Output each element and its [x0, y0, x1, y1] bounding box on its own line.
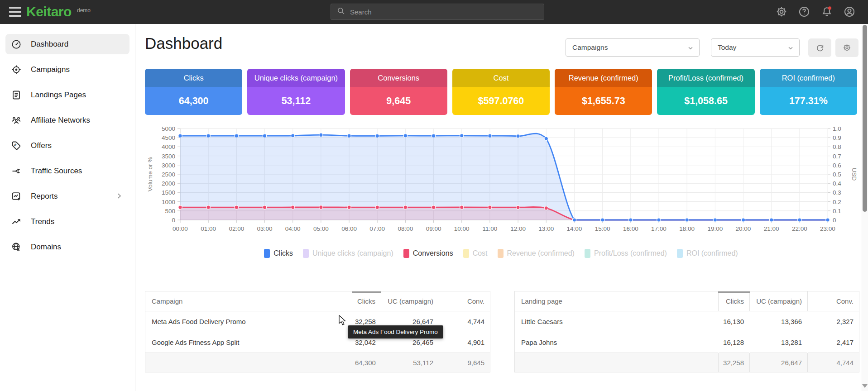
legend-item-cost[interactable]: Cost	[463, 249, 488, 258]
refresh-button[interactable]	[808, 38, 831, 57]
globe-icon	[11, 242, 22, 253]
column-header-uc-campaign[interactable]: UC (campaign)	[750, 291, 808, 311]
stat-card-value: $1,058.65	[657, 87, 754, 115]
page-title: Dashboard	[145, 34, 222, 52]
stat-card-unique-clicks-campaign[interactable]: Unique clicks (campaign)53,112	[247, 69, 345, 115]
stat-card-label: Unique clicks (campaign)	[247, 69, 345, 87]
demo-badge: demo	[77, 7, 91, 14]
column-header-landing-page[interactable]: Landing page	[515, 291, 719, 311]
svg-text:2500: 2500	[162, 171, 175, 178]
scrollbar-thumb[interactable]	[863, 25, 867, 212]
sidebar-item-dashboard[interactable]: Dashboard	[5, 34, 129, 54]
column-header-label: UC (campaign)	[756, 297, 802, 305]
svg-text:4000: 4000	[162, 143, 175, 150]
column-header-uc-campaign[interactable]: UC (campaign)	[381, 291, 439, 311]
svg-text:04:00: 04:00	[285, 225, 301, 232]
stat-card-value: $597.0760	[452, 87, 550, 115]
stat-card-profit-loss-confirmed[interactable]: Profit/Loss (confirmed)$1,058.65	[657, 69, 754, 115]
stat-card-label: Profit/Loss (confirmed)	[657, 69, 754, 87]
sidebar: DashboardCampaignsLandings PagesAffiliat…	[0, 24, 135, 391]
stat-card-value: 64,300	[145, 87, 242, 115]
legend-item-roi-confirmed[interactable]: ROI (confirmed)	[677, 249, 738, 258]
scroll-down-arrow-icon[interactable]	[862, 384, 868, 388]
stat-card-revenue-confirmed[interactable]: Revenue (confirmed)$1,655.73	[555, 69, 652, 115]
stat-card-label: Revenue (confirmed)	[555, 69, 652, 87]
notifications-icon[interactable]	[820, 5, 834, 19]
stat-card-roi-confirmed[interactable]: ROI (confirmed)177.31%	[760, 69, 857, 115]
settings-icon[interactable]	[775, 5, 788, 19]
sidebar-item-trends[interactable]: Trends	[5, 211, 129, 232]
sidebar-item-offers[interactable]: $Offers	[5, 135, 129, 156]
date-range-select-value: Today	[718, 43, 736, 52]
legend-label: Conversions	[413, 249, 453, 257]
grouping-select-value: Campaigns	[572, 43, 608, 52]
svg-text:500: 500	[165, 208, 175, 215]
legend-item-unique-clicks-campaign[interactable]: Unique clicks (campaign)	[303, 249, 393, 258]
sidebar-item-traffic-sources[interactable]: Traffic Sources	[5, 161, 129, 181]
refresh-icon	[815, 43, 825, 53]
traffic-chart-container[interactable]: 005000.110000.215000.320000.425000.53000…	[145, 121, 857, 235]
sort-indicator	[352, 291, 381, 293]
search-icon	[336, 6, 345, 17]
row-value-cell: 13,366	[750, 311, 808, 332]
dashboard-settings-button[interactable]	[835, 38, 858, 57]
sidebar-item-label: Landings Pages	[31, 91, 86, 100]
column-header-clicks[interactable]: Clicks	[719, 291, 750, 311]
stat-card-clicks[interactable]: Clicks64,300	[145, 69, 242, 115]
column-header-clicks[interactable]: Clicks	[352, 291, 381, 311]
svg-text:14:00: 14:00	[567, 225, 582, 232]
stat-card-conversions[interactable]: Conversions9,645	[350, 69, 447, 115]
total-cell: 4,744	[808, 353, 859, 372]
sidebar-item-affiliate-networks[interactable]: Affiliate Networks	[5, 110, 129, 130]
date-range-select[interactable]: Today	[711, 38, 800, 57]
table-row[interactable]: Little Caesars16,13013,3662,327	[515, 311, 859, 332]
total-cell: 9,645	[439, 353, 490, 372]
account-icon[interactable]	[843, 5, 856, 19]
sidebar-item-landings-pages[interactable]: Landings Pages	[5, 85, 129, 105]
svg-text:22:00: 22:00	[792, 225, 807, 232]
menu-hamburger-icon[interactable]	[9, 7, 21, 17]
sidebar-item-campaigns[interactable]: Campaigns	[5, 59, 129, 80]
row-value-cell: 2,417	[808, 332, 859, 353]
legend-item-profit-loss-confirmed[interactable]: Profit/Loss (confirmed)	[585, 249, 667, 258]
traffic-chart[interactable]: 005000.110000.215000.320000.425000.53000…	[145, 121, 857, 235]
legend-item-revenue-confirmed[interactable]: Revenue (confirmed)	[498, 249, 575, 258]
svg-text:0: 0	[833, 217, 836, 224]
svg-text:0.1: 0.1	[833, 208, 841, 215]
svg-text:0.3: 0.3	[833, 189, 841, 196]
sidebar-item-label: Dashboard	[31, 40, 68, 49]
svg-text:20:00: 20:00	[736, 225, 751, 232]
global-search[interactable]	[331, 4, 544, 20]
search-input[interactable]	[350, 8, 538, 16]
column-header-conv[interactable]: Conv.	[808, 291, 859, 311]
svg-text:03:00: 03:00	[257, 225, 273, 232]
svg-text:3500: 3500	[162, 153, 175, 160]
chevron-right-icon	[115, 192, 123, 202]
svg-text:07:00: 07:00	[369, 225, 385, 232]
sidebar-item-label: Affiliate Networks	[31, 116, 90, 125]
svg-text:23:00: 23:00	[820, 225, 835, 232]
grouping-select[interactable]: Campaigns	[566, 38, 700, 57]
column-header-campaign[interactable]: Campaign	[145, 291, 352, 311]
column-header-conv[interactable]: Conv.	[439, 291, 490, 311]
split-arrows-icon	[11, 166, 22, 176]
svg-text:Volume or %: Volume or %	[147, 157, 153, 192]
legend-item-clicks[interactable]: Clicks	[264, 249, 293, 258]
table-row[interactable]: Papa Johns16,12813,2812,417	[515, 332, 859, 353]
sidebar-item-label: Offers	[31, 141, 52, 150]
svg-text:1000: 1000	[162, 199, 175, 205]
svg-text:0.6: 0.6	[833, 162, 841, 169]
row-tooltip: Meta Ads Food Delivery Promo	[348, 325, 443, 339]
legend-item-conversions[interactable]: Conversions	[403, 249, 453, 258]
sidebar-item-reports[interactable]: Reports	[5, 186, 129, 206]
top-bar: Keitaro demo	[0, 0, 868, 24]
svg-text:21:00: 21:00	[764, 225, 779, 232]
sidebar-item-domains[interactable]: Domains	[5, 237, 129, 257]
help-icon[interactable]	[797, 5, 811, 19]
svg-text:08:00: 08:00	[398, 225, 413, 232]
legend-swatch	[264, 249, 270, 258]
stat-card-cost[interactable]: Cost$597.0760	[452, 69, 550, 115]
svg-text:0.5: 0.5	[833, 171, 841, 178]
svg-text:0.9: 0.9	[833, 134, 841, 141]
stat-card-label: Cost	[452, 69, 550, 87]
